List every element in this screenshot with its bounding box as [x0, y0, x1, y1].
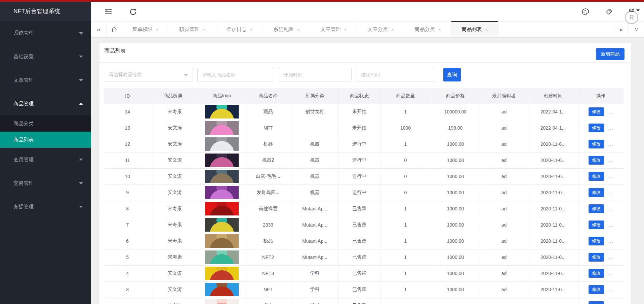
tab-close-icon[interactable]: × — [344, 27, 347, 32]
more-actions-icon[interactable]: ... — [608, 190, 613, 195]
tag-icon[interactable] — [605, 7, 613, 16]
collapse-sidebar-icon[interactable] — [104, 7, 113, 16]
edit-button[interactable]: 修改 — [589, 172, 604, 181]
tab[interactable]: 登录日志 × — [216, 22, 263, 37]
more-actions-icon[interactable]: ... — [608, 222, 613, 228]
edit-button[interactable]: 修改 — [589, 237, 604, 245]
tabs-scroll-right-button[interactable]: » — [613, 22, 629, 37]
theme-palette-icon[interactable] — [581, 7, 590, 16]
more-actions-icon[interactable]: ... — [608, 255, 613, 260]
more-actions-icon[interactable]: ... — [608, 141, 613, 147]
tab-label: 系统配置 — [273, 26, 293, 33]
edit-button[interactable]: 修改 — [589, 301, 604, 304]
cell-logo — [199, 298, 245, 304]
edit-button[interactable]: 修改 — [589, 221, 604, 229]
cell-status: 已售罄 — [338, 298, 380, 304]
cell-qty: 1 — [380, 104, 431, 120]
more-actions-icon[interactable]: ... — [608, 158, 613, 163]
tab-close-icon[interactable]: × — [391, 27, 394, 32]
product-list-card: 商品列表 新增商品 请选择商品分类 查询 ID商品所属...商品logo商品名称… — [99, 43, 631, 304]
caret-icon — [79, 79, 83, 81]
tab-close-icon[interactable]: × — [203, 27, 205, 32]
tab[interactable]: 系统配置 × — [263, 22, 310, 37]
tab[interactable]: 商品分类 × — [404, 22, 451, 37]
cell-qty: 1 — [380, 201, 431, 217]
refresh-icon[interactable] — [129, 7, 137, 16]
table-row: 3 安文涛 NFT 学科 已售罄 1 1000.00 ad 2020-11-0.… — [104, 281, 623, 298]
edit-button[interactable]: 修改 — [589, 204, 604, 213]
cell-logo — [199, 136, 245, 152]
table-row: 2 安文涛 库仑 学科 已售罄 1 99.00 ad 2020-11-0... … — [104, 298, 623, 304]
more-actions-icon[interactable]: ... — [608, 271, 613, 276]
edit-button[interactable]: 修改 — [589, 156, 604, 165]
sidebar-menu-item[interactable]: 交易管理 — [0, 171, 91, 195]
product-name-input[interactable] — [197, 68, 274, 81]
user-avatar[interactable]: R — [625, 11, 638, 24]
user-caret-icon — [636, 9, 640, 11]
product-logo-image — [205, 202, 239, 215]
edit-button[interactable]: 修改 — [589, 253, 604, 262]
filter-bar: 请选择商品分类 查询 — [104, 68, 461, 81]
add-product-button[interactable]: 新增商品 — [596, 48, 625, 60]
sidebar-menu-item[interactable]: 文章管理 — [0, 68, 91, 92]
column-header: 最后编辑者 — [480, 88, 528, 104]
more-actions-icon[interactable]: ... — [608, 206, 613, 211]
edit-button[interactable]: 修改 — [589, 107, 604, 116]
sidebar-menu-item[interactable]: 会员管理 — [0, 148, 91, 171]
tabs-scroll-left-button[interactable]: « — [91, 22, 107, 37]
tab[interactable]: 文章分类 × — [357, 22, 404, 37]
sidebar-submenu-item[interactable]: 商品分类 — [0, 115, 91, 132]
user-menu[interactable]: ad — [629, 7, 640, 13]
category-select[interactable]: 请选择商品分类 — [104, 68, 193, 81]
cell-actions: 修改 ... — [578, 104, 623, 120]
tab[interactable]: 职员管理 × — [169, 22, 216, 37]
sidebar-menu-item[interactable]: 系统管理 — [0, 21, 91, 45]
cell-owner: 安文涛 — [151, 120, 199, 136]
tab-close-icon[interactable]: × — [438, 27, 441, 32]
sidebar-menu-item[interactable]: 充提管理 — [0, 195, 91, 218]
tab-close-icon[interactable]: × — [156, 27, 158, 32]
end-time-input[interactable] — [356, 68, 435, 81]
cell-created: 2020-11-0... — [528, 233, 578, 249]
cell-owner: 安文涛 — [151, 184, 199, 201]
search-button[interactable]: 查询 — [443, 68, 461, 81]
table-header-row: ID商品所属...商品logo商品名称所属分类商品状态商品数量商品价格最后编辑者… — [104, 88, 623, 104]
more-actions-icon[interactable]: ... — [608, 109, 613, 114]
sidebar-menu-item[interactable]: 商品管理 — [0, 92, 91, 115]
cell-created: 2020-11-0... — [528, 281, 578, 298]
tab[interactable]: 文章管理 × — [310, 22, 357, 37]
tab[interactable]: 商品列表 × — [451, 22, 498, 37]
cell-name: NFT3 — [245, 265, 291, 281]
tab[interactable]: 菜单权限 × — [122, 22, 169, 37]
tab-label: 文章分类 — [367, 26, 388, 33]
tab-close-icon[interactable]: × — [297, 27, 299, 32]
home-tab-button[interactable] — [107, 22, 122, 37]
cell-id: 2 — [104, 298, 151, 304]
sidebar-menu-item[interactable]: 基础设置 — [0, 45, 91, 68]
more-actions-icon[interactable]: ... — [608, 125, 613, 131]
cell-price: 1000.00 — [431, 168, 480, 184]
cell-id: 13 — [104, 120, 151, 136]
sidebar-submenu-item[interactable]: 商品列表 — [0, 132, 91, 148]
cell-price: 1000.00 — [431, 249, 480, 265]
tab-close-icon[interactable]: × — [485, 27, 488, 32]
cell-actions: 修改 ... — [578, 298, 623, 304]
cell-category: Mutant Ap... — [291, 249, 338, 265]
sidebar: NFT后台管理系统 系统管理 基础设置 文章管理 商品管理 商品分类 商品列表 … — [0, 2, 91, 304]
more-actions-icon[interactable]: ... — [608, 174, 613, 179]
edit-button[interactable]: 修改 — [589, 124, 604, 132]
more-actions-icon[interactable]: ... — [608, 238, 613, 244]
tab-close-icon[interactable]: × — [250, 27, 252, 32]
cell-created: 2022-04-1... — [528, 104, 578, 120]
cell-actions: 修改 ... — [578, 120, 623, 136]
edit-button[interactable]: 修改 — [589, 140, 604, 148]
cell-status: 未开始 — [338, 104, 380, 120]
more-actions-icon[interactable]: ... — [608, 287, 613, 292]
column-header: 商品价格 — [431, 88, 480, 104]
edit-button[interactable]: 修改 — [589, 269, 604, 278]
top-header: R ad — [91, 2, 644, 21]
edit-button[interactable]: 修改 — [589, 188, 604, 197]
edit-button[interactable]: 修改 — [589, 285, 604, 294]
cell-price: 99.00 — [431, 298, 480, 304]
start-time-input[interactable] — [279, 68, 352, 81]
